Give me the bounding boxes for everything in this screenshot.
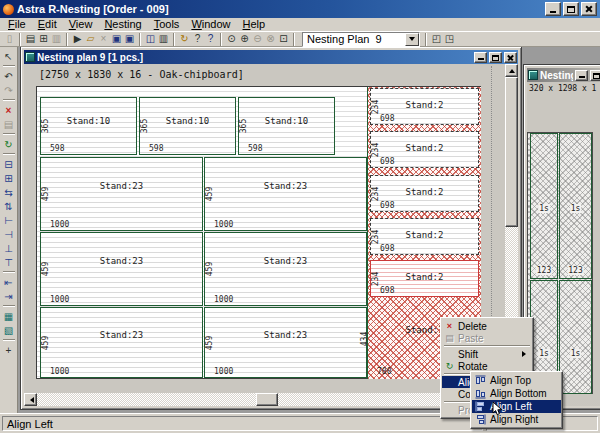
zoom-region-icon[interactable]: ⊡ xyxy=(277,32,290,46)
plan-minimize-button[interactable] xyxy=(474,52,487,63)
close-button[interactable] xyxy=(581,2,597,16)
part-stand23[interactable]: Stand:23 459 1000 xyxy=(204,157,367,231)
menu-tools[interactable]: Tools xyxy=(148,18,186,31)
tile-vertical-icon[interactable]: ◳ xyxy=(443,32,456,46)
secondary-canvas[interactable]: 320 x 1298 x 1 1s 123 1s 123 1s 1s xyxy=(527,82,600,406)
auto-nest-icon[interactable]: ⊞ xyxy=(37,32,50,46)
help-icon[interactable]: ? xyxy=(191,32,204,46)
menu-item-delete[interactable]: × Delete xyxy=(442,320,532,332)
part-stand23[interactable]: Stand:23 459 1000 xyxy=(204,232,367,306)
part-stand10[interactable]: Stand:10 365 598 xyxy=(139,97,236,155)
secondary-maximize-button[interactable] xyxy=(590,70,600,81)
undo-icon[interactable]: ↻ xyxy=(178,32,191,46)
flip-horizontal-icon[interactable]: ⇆ xyxy=(1,185,17,199)
undo-icon[interactable]: ↶ xyxy=(1,69,17,83)
menu-item-paste[interactable]: ▤ Paste xyxy=(442,332,532,344)
menu-window[interactable]: Window xyxy=(185,18,236,31)
vertical-scroll-thumb[interactable] xyxy=(505,77,518,227)
part-stand2-selected[interactable]: Stand:2 234 698 xyxy=(370,88,479,125)
menu-item-align-bottom[interactable]: Align Bottom xyxy=(472,387,561,400)
part-width-dim: 698 xyxy=(380,244,394,253)
secondary-minimize-button[interactable] xyxy=(575,70,588,81)
part-cell[interactable]: 1s 123 xyxy=(530,133,558,279)
menu-nesting[interactable]: Nesting xyxy=(98,18,147,31)
scroll-up-button[interactable] xyxy=(505,64,518,77)
run-icon[interactable]: ▶ xyxy=(71,32,84,46)
plan-maximize-button[interactable] xyxy=(489,52,502,63)
part-label: Stand:23 xyxy=(205,256,366,266)
align-left-icon[interactable]: ⊢ xyxy=(1,213,17,227)
restore-button[interactable] xyxy=(563,2,579,16)
horizontal-scrollbar[interactable] xyxy=(24,393,507,406)
secondary-sheet[interactable]: 1s 123 1s 123 1s 1s xyxy=(527,132,593,394)
context-help-icon[interactable]: ? xyxy=(204,32,217,46)
tile-horizontal-icon[interactable]: ◰ xyxy=(430,32,443,46)
delete-icon[interactable]: × xyxy=(1,103,17,117)
part-stand23[interactable]: Stand:23 459 1000 xyxy=(40,307,203,378)
save-icon[interactable]: ▣ xyxy=(110,32,123,46)
uncombine-icon[interactable]: ▧ xyxy=(1,323,17,337)
chevron-down-icon[interactable] xyxy=(405,33,419,46)
part-stand2-selected[interactable]: Stand:2 234 698 xyxy=(370,131,479,168)
align-top-icon[interactable]: ⊤ xyxy=(1,255,17,269)
part-width-dim: 598 xyxy=(248,144,262,153)
print-preview-icon[interactable]: ◫ xyxy=(144,32,157,46)
part-label: Stand:2 xyxy=(371,187,478,197)
part-height-dim: 434 xyxy=(360,332,369,346)
zoom-window-icon[interactable]: ⊗ xyxy=(264,32,277,46)
align-bottom-icon[interactable]: ⊥ xyxy=(1,241,17,255)
menu-file[interactable]: File xyxy=(2,18,32,31)
part-stand23[interactable]: Stand:23 459 1000 xyxy=(40,157,203,231)
open-icon[interactable]: ▱ xyxy=(84,32,97,46)
align-hcenter-icon[interactable]: ⊟ xyxy=(1,157,17,171)
align-vcenter-icon[interactable]: ⊞ xyxy=(1,171,17,185)
menu-item-label: Paste xyxy=(456,333,529,344)
zoom-in-icon[interactable]: ⊕ xyxy=(238,32,251,46)
print-report-icon[interactable]: ▥ xyxy=(50,32,63,46)
new-icon[interactable]: ▯ xyxy=(3,32,16,46)
flip-vertical-icon[interactable]: ⇅ xyxy=(1,199,17,213)
print-icon[interactable]: ▥ xyxy=(157,32,170,46)
part-stand23[interactable]: Stand:23 459 1000 xyxy=(40,232,203,306)
paste-icon[interactable]: ▤ xyxy=(1,117,17,131)
save-all-icon[interactable]: ▣ xyxy=(123,32,136,46)
part-cell[interactable]: 1s xyxy=(559,280,592,394)
align-right-icon[interactable]: ⊣ xyxy=(1,227,17,241)
minimize-button[interactable] xyxy=(545,2,561,16)
dimension-icon[interactable]: + xyxy=(1,343,17,357)
zoom-icon[interactable]: ⊙ xyxy=(225,32,238,46)
menu-help[interactable]: Help xyxy=(237,18,272,31)
rotate-icon[interactable]: ↻ xyxy=(1,137,17,151)
plan-select[interactable]: Nesting Plan 9 xyxy=(302,32,420,47)
menu-item-align-left[interactable]: Align Left xyxy=(472,400,561,413)
select-icon[interactable]: ↖ xyxy=(1,49,17,63)
shift-left-icon[interactable]: ⇤ xyxy=(1,275,17,289)
menu-item-align-top[interactable]: Align Top xyxy=(472,374,561,387)
sheet[interactable]: Stand:10 365 598 Stand:10 365 598 Stand:… xyxy=(36,86,481,379)
part-stand10[interactable]: Stand:10 365 598 xyxy=(40,97,137,155)
part-stand10[interactable]: Stand:10 365 598 xyxy=(238,97,335,155)
plan-titlebar[interactable]: Nesting plan 9 [1 pcs.] xyxy=(24,50,518,64)
app-titlebar[interactable]: Astra R-Nesting [Order - 009] xyxy=(0,0,600,18)
combine-icon[interactable]: ▦ xyxy=(1,309,17,323)
shift-right-icon[interactable]: ⇥ xyxy=(1,289,17,303)
scroll-left-button[interactable] xyxy=(24,393,37,406)
part-stand23[interactable]: Stand:23 459 1000 xyxy=(204,307,367,378)
menu-item-label: Align Top xyxy=(488,375,558,386)
plan-canvas[interactable]: [2750 x 1830 x 16 - Oak-chipboard] Stand… xyxy=(24,64,507,395)
order-info-icon[interactable]: ▤ xyxy=(24,32,37,46)
part-stand2-active[interactable]: Stand:2 234 698 xyxy=(370,260,479,297)
plan-close-button[interactable] xyxy=(504,52,517,63)
secondary-titlebar[interactable]: Nesting p... xyxy=(527,68,600,82)
menu-view[interactable]: View xyxy=(63,18,99,31)
part-stand2-selected[interactable]: Stand:2 234 698 xyxy=(370,175,479,212)
part-stand2-selected[interactable]: Stand:2 234 698 xyxy=(370,218,479,255)
menu-edit[interactable]: Edit xyxy=(32,18,63,31)
part-cell[interactable]: 1s 123 xyxy=(559,133,592,279)
zoom-out-icon[interactable]: ⊖ xyxy=(251,32,264,46)
redo-icon[interactable]: ↷ xyxy=(1,83,17,97)
horizontal-scroll-thumb[interactable] xyxy=(256,393,278,406)
menu-item-align-right[interactable]: Align Right xyxy=(472,413,561,426)
menu-item-shift[interactable]: Shift xyxy=(442,348,532,360)
delete-plan-icon[interactable]: × xyxy=(97,32,110,46)
